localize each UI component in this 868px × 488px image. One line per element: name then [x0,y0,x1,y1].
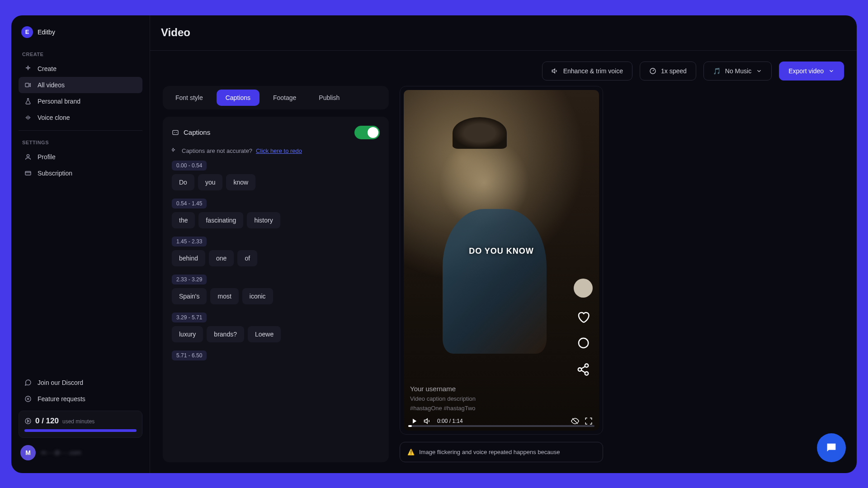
captions-toggle[interactable] [354,126,380,139]
caption-word[interactable]: Do [172,174,194,190]
nav-discord[interactable]: Join our Discord [19,374,142,391]
captions-title: Captions [184,128,210,136]
svg-point-9 [585,372,589,375]
caption-words: Spain'smosticonic [172,288,380,304]
nav-voice-clone[interactable]: Voice clone [19,109,142,126]
svg-point-4 [25,418,31,424]
caption-word[interactable]: you [198,174,223,190]
caption-word[interactable]: fascinating [198,212,243,228]
caption-word[interactable]: Spain's [172,288,207,304]
plus-circle-icon [24,395,32,403]
nav-label: Create [38,65,57,72]
video-frame[interactable]: DO YOU KNOW Your username Video caption … [404,90,599,431]
nav-label: Profile [38,153,56,161]
overlay-tags: #hastagOne #hastagTwo [410,405,593,412]
caption-time-chip[interactable]: 1.45 - 2.33 [172,237,207,246]
user-icon [24,153,32,161]
overlay-username: Your username [410,385,593,393]
user-row[interactable]: M m·····@·····.com [19,441,142,464]
play-circle-icon [24,417,32,425]
chevron-down-icon [828,68,835,74]
nav-create[interactable]: Create [19,61,142,77]
tab-publish[interactable]: Publish [310,90,349,106]
eye-off-icon[interactable] [571,417,579,425]
playback-time: 0:00 / 1:14 [437,418,463,424]
export-button[interactable]: Export video [779,62,844,81]
redo-row: Captions are not accurate? Click here to… [172,147,380,154]
button-label: No Music [725,67,751,75]
captions-panel: Captions Captions are not accurate? Clic… [163,117,389,462]
sidebar: E Editby CREATE Create All videos Person… [11,15,150,473]
tab-captions[interactable]: Captions [217,90,259,106]
nav-subscription[interactable]: Subscription [19,165,142,181]
button-label: Export video [788,67,824,75]
nav-label: Subscription [38,170,72,177]
sparkle-icon [24,65,32,72]
main: Video Enhance & trim voice 1x speed 🎵 No… [150,15,857,473]
volume-icon[interactable] [424,417,432,425]
chevron-down-icon [756,68,762,74]
warning-icon: ⚠️ [407,449,415,455]
tab-footage[interactable]: Footage [264,90,305,106]
video-progress-bar[interactable] [408,425,594,427]
warning-text: Image flickering and voice repeated happ… [419,449,560,455]
caption-word[interactable]: history [247,212,280,228]
caption-word[interactable]: the [172,212,195,228]
nav-personal-brand[interactable]: Personal brand [19,93,142,109]
section-settings-label: SETTINGS [19,135,142,149]
video-icon [24,81,32,89]
volume-icon [552,67,559,75]
user-email: m·····@·····.com [41,449,81,456]
caption-word[interactable]: know [226,174,255,190]
caption-time-chip[interactable]: 2.33 - 3.29 [172,275,207,284]
caption-word[interactable]: luxury [172,326,203,342]
caption-word[interactable]: most [210,288,238,304]
page-title: Video [161,26,190,39]
nav-all-videos[interactable]: All videos [19,77,142,93]
user-avatar: M [20,445,36,460]
svg-point-1 [27,154,29,156]
music-note-icon: 🎵 [713,67,721,75]
svg-rect-0 [25,83,29,87]
fullscreen-icon[interactable] [585,417,593,425]
app-container: E Editby CREATE Create All videos Person… [11,15,857,473]
overlay-description: Video caption description [410,395,593,402]
divider [19,130,142,131]
flask-icon [24,98,32,105]
nav-feature-requests[interactable]: Feature requests [19,391,142,407]
caption-time-chip[interactable]: 0.00 - 0.54 [172,161,207,171]
caption-word[interactable]: iconic [242,288,273,304]
creator-avatar[interactable] [574,279,593,298]
share-icon[interactable] [576,363,590,376]
tab-font-style[interactable]: Font style [166,90,212,106]
caption-word[interactable]: behind [172,250,205,266]
caption-word[interactable]: one [209,250,234,266]
caption-time-chip[interactable]: 5.71 - 6.50 [172,351,207,360]
captions-header: Captions [172,126,380,147]
speed-button[interactable]: 1x speed [640,62,696,81]
heart-icon[interactable] [576,310,590,324]
chat-fab[interactable] [817,433,846,462]
music-dropdown[interactable]: 🎵 No Music [703,62,772,81]
nav-label: Join our Discord [38,379,83,386]
caption-word[interactable]: of [237,250,257,266]
content-row: Font style Captions Footage Publish Capt… [150,86,857,473]
caption-time-chip[interactable]: 3.29 - 5.71 [172,313,207,322]
enhance-trim-button[interactable]: Enhance & trim voice [542,62,632,81]
usage-label: used minutes [62,418,94,425]
magic-icon [172,147,178,154]
play-icon[interactable] [410,417,418,425]
nav-profile[interactable]: Profile [19,149,142,165]
waveform-icon [24,114,32,121]
caption-words: Doyouknow [172,174,380,190]
nav-label: All videos [38,81,65,89]
gauge-icon [649,67,656,75]
comment-icon[interactable] [576,336,590,350]
caption-word[interactable]: Loewe [248,326,281,342]
card-icon [24,170,32,177]
caption-word[interactable]: brands? [207,326,244,342]
caption-time-chip[interactable]: 0.54 - 1.45 [172,199,207,208]
redo-link[interactable]: Click here to redo [256,147,302,154]
video-side-actions [574,279,593,376]
chat-icon [24,379,32,386]
